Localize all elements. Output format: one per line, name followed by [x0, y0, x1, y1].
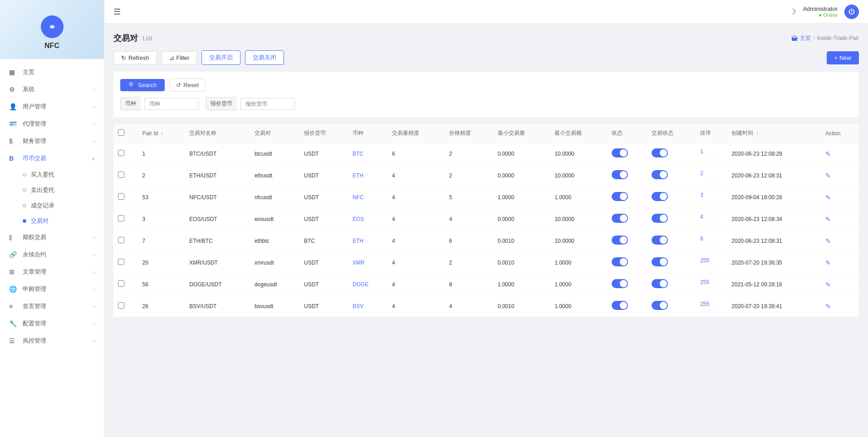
- sort-link[interactable]: 1- -: [700, 148, 722, 159]
- sidebar-item-user-mgmt[interactable]: 👤 用户管理 ›: [0, 98, 104, 115]
- cell-min-vol: 0.0000: [493, 143, 550, 165]
- row-checkbox[interactable]: [118, 237, 124, 243]
- cell-status: [607, 165, 647, 187]
- sidebar-item-risk[interactable]: ☰ 风控管理 ›: [0, 332, 104, 349]
- cell-created: 2020-06-23 12:08:31: [727, 165, 821, 187]
- quote-input[interactable]: [240, 98, 295, 110]
- sidebar-item-trade-records[interactable]: 成交记录: [23, 198, 104, 213]
- trade-status-toggle[interactable]: [652, 148, 668, 157]
- row-checkbox[interactable]: [118, 215, 124, 221]
- sidebar-item-sell-commission[interactable]: 卖出委托: [23, 182, 104, 198]
- row-checkbox[interactable]: [118, 280, 124, 287]
- new-button[interactable]: + New: [827, 51, 859, 64]
- edit-button[interactable]: ✎: [825, 216, 831, 223]
- cell-checkbox: [113, 165, 137, 187]
- status-toggle[interactable]: [612, 301, 628, 310]
- row-checkbox[interactable]: [118, 193, 124, 200]
- sidebar-item-buy-commission[interactable]: 买入委托: [23, 167, 104, 182]
- status-toggle[interactable]: [612, 170, 628, 179]
- trade-status-toggle[interactable]: [652, 279, 668, 288]
- sort-link[interactable]: 3- -: [700, 192, 722, 202]
- chevron-right-icon: ›: [93, 122, 95, 127]
- cell-checkbox: [113, 187, 137, 208]
- status-toggle[interactable]: [612, 236, 628, 245]
- cell-action: ✎: [821, 230, 859, 252]
- theme-toggle-button[interactable]: ☽: [790, 7, 796, 16]
- edit-button[interactable]: ✎: [825, 237, 831, 245]
- sort-link[interactable]: 255- -: [700, 279, 722, 290]
- sidebar-item-config[interactable]: 🔧 配置管理 ›: [0, 315, 104, 332]
- trade-status-toggle[interactable]: [652, 257, 668, 266]
- select-all-checkbox[interactable]: [118, 129, 124, 136]
- status-toggle[interactable]: [612, 214, 628, 223]
- th-quote: 报价货币: [299, 124, 348, 143]
- risk-icon: ☰: [9, 337, 18, 344]
- sidebar-item-system[interactable]: ⚙ 系统 ›: [0, 81, 104, 98]
- cell-action: ✎: [821, 187, 859, 208]
- edit-button[interactable]: ✎: [825, 172, 831, 179]
- sidebar-item-agent-mgmt[interactable]: 🪪 代理管理 ›: [0, 115, 104, 133]
- sidebar-item-home-mgmt[interactable]: ≡ 首页管理 ›: [0, 298, 104, 315]
- link-icon: 🔗: [9, 251, 18, 258]
- edit-button[interactable]: ✎: [825, 303, 831, 310]
- trade-open-button[interactable]: 交易开启: [201, 50, 240, 65]
- cell-coin: EOS: [348, 208, 387, 230]
- row-checkbox[interactable]: [118, 172, 124, 178]
- chevron-right-icon: ›: [93, 139, 95, 144]
- breadcrumb-home[interactable]: 主页: [800, 34, 811, 42]
- trade-status-toggle[interactable]: [652, 214, 668, 223]
- menu-toggle-button[interactable]: ☰: [113, 7, 121, 17]
- sidebar-item-coin-trade[interactable]: B 币币交易 ∨: [0, 150, 104, 167]
- trade-close-button[interactable]: 交易关闭: [245, 50, 284, 65]
- trade-status-toggle[interactable]: [652, 301, 668, 310]
- cell-action: ✎: [821, 208, 859, 230]
- cell-name: BSV/USDT: [185, 295, 250, 317]
- sort-link[interactable]: 6- -: [700, 236, 722, 246]
- status-toggle[interactable]: [612, 192, 628, 201]
- cell-id: 3: [137, 208, 185, 230]
- sort-link[interactable]: 255- -: [700, 257, 722, 268]
- row-checkbox[interactable]: [118, 259, 124, 265]
- cell-name: XMR/USDT: [185, 252, 250, 274]
- edit-button[interactable]: ✎: [825, 259, 831, 266]
- edit-button[interactable]: ✎: [825, 194, 831, 201]
- status-toggle[interactable]: [612, 148, 628, 157]
- cell-vol-precision: 4: [387, 230, 445, 252]
- filter-button[interactable]: ⊿ Filter: [162, 51, 197, 64]
- reset-button[interactable]: ↺ Reset: [169, 79, 206, 92]
- chevron-right-icon: ›: [93, 270, 95, 275]
- cell-quote: USDT: [299, 252, 348, 274]
- sidebar-item-futures[interactable]: ₿ 期权交易 ›: [0, 229, 104, 246]
- sidebar-item-perpetual[interactable]: 🔗 永续合约 ›: [0, 246, 104, 263]
- cell-trade-status: [647, 165, 696, 187]
- edit-button[interactable]: ✎: [825, 281, 831, 288]
- sort-up-icon: ↑: [161, 131, 163, 136]
- home-icon: ▦: [9, 69, 18, 76]
- search-button[interactable]: 🔍 Search: [120, 79, 165, 91]
- coin-input[interactable]: [144, 98, 199, 110]
- sidebar-item-finance[interactable]: $ 财务管理 ›: [0, 133, 104, 150]
- status-toggle[interactable]: [612, 257, 628, 266]
- row-checkbox[interactable]: [118, 302, 124, 309]
- trade-status-toggle[interactable]: [652, 236, 668, 245]
- refresh-button[interactable]: ↻ Refresh: [113, 51, 157, 64]
- reset-icon: ↺: [176, 82, 181, 88]
- sidebar-item-article[interactable]: ⊞ 文章管理 ›: [0, 263, 104, 280]
- sort-link[interactable]: 255- -: [700, 301, 722, 311]
- main-content: ☰ ☽ Administrator Online 交易对 List: [104, 0, 868, 437]
- row-checkbox[interactable]: [118, 150, 124, 156]
- cell-quote: USDT: [299, 187, 348, 208]
- sidebar-item-subscribe[interactable]: 🌐 申购管理 ›: [0, 280, 104, 298]
- table-row: 56 DOGE/USDT dogeusdt USDT DOGE 4 8 1.00…: [113, 274, 859, 295]
- sort-link[interactable]: 2- -: [700, 170, 722, 181]
- edit-button[interactable]: ✎: [825, 150, 831, 157]
- power-button[interactable]: [844, 5, 859, 19]
- breadcrumb-current: Inside-Trade-Pair: [817, 35, 859, 41]
- status-toggle[interactable]: [612, 279, 628, 288]
- sidebar-item-trade-pairs[interactable]: 交易对: [23, 213, 104, 229]
- trade-status-toggle[interactable]: [652, 192, 668, 201]
- sidebar-item-home[interactable]: ▦ 主页: [0, 64, 104, 81]
- trade-status-toggle[interactable]: [652, 170, 668, 179]
- dot-icon: [23, 204, 26, 207]
- sort-link[interactable]: 4- -: [700, 214, 722, 224]
